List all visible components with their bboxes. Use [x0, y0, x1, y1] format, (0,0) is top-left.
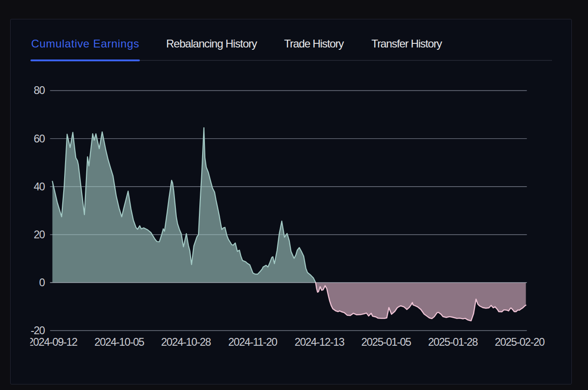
svg-text:2024-09-12: 2024-09-12 [28, 336, 77, 348]
svg-text:2025-01-05: 2025-01-05 [361, 336, 411, 348]
svg-text:-20: -20 [30, 325, 45, 337]
svg-text:2024-10-28: 2024-10-28 [161, 336, 211, 348]
svg-text:0: 0 [39, 277, 45, 289]
svg-text:2024-10-05: 2024-10-05 [94, 336, 144, 348]
svg-text:2024-11-20: 2024-11-20 [228, 336, 277, 348]
svg-text:80: 80 [34, 84, 45, 96]
svg-text:2025-02-20: 2025-02-20 [495, 336, 545, 348]
svg-text:2024-12-13: 2024-12-13 [294, 336, 344, 348]
svg-text:40: 40 [34, 181, 45, 193]
svg-text:60: 60 [34, 133, 45, 145]
svg-text:20: 20 [34, 229, 45, 241]
svg-text:2025-01-28: 2025-01-28 [428, 336, 478, 348]
